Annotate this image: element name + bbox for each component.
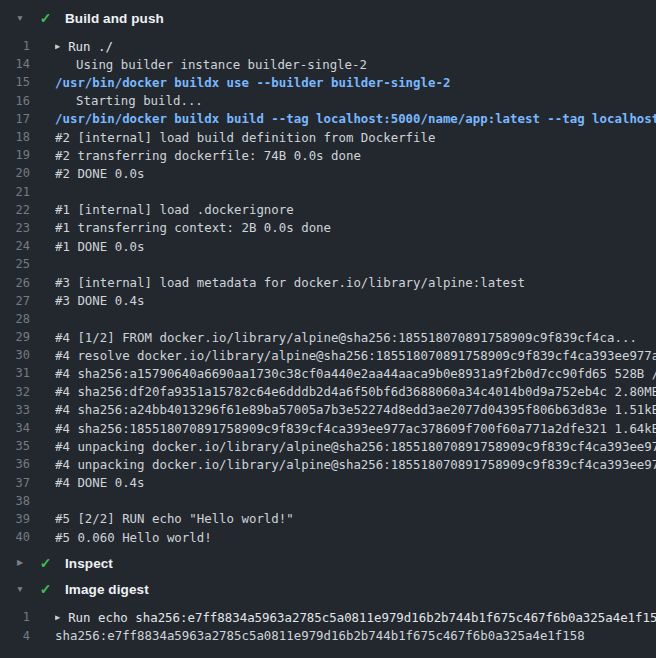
line-number[interactable]: 36 bbox=[0, 457, 30, 471]
section-header-image-digest[interactable]: ▼✓Image digest bbox=[0, 576, 656, 602]
log-line: 30#4 resolve docker.io/library/alpine@sh… bbox=[0, 346, 656, 364]
log-line: 23#1 transferring context: 2B 0.0s done bbox=[0, 219, 656, 237]
log-line-content: #4 sha256:a15790640a6690aa1730c38cf0a440… bbox=[55, 366, 656, 381]
log-line-content: #5 0.060 Hello world! bbox=[55, 530, 656, 545]
line-number[interactable]: 32 bbox=[0, 385, 30, 399]
line-number[interactable]: 16 bbox=[0, 94, 30, 108]
log-line: 24#1 DONE 0.0s bbox=[0, 237, 656, 255]
log-text: #1 [internal] load .dockerignore bbox=[55, 202, 294, 217]
log-line: 27#3 DONE 0.4s bbox=[0, 292, 656, 310]
line-number[interactable]: 4 bbox=[0, 629, 30, 643]
line-number[interactable]: 27 bbox=[0, 294, 30, 308]
log-line-content: #4 DONE 0.4s bbox=[55, 475, 656, 490]
log-text: #4 DONE 0.4s bbox=[55, 475, 145, 490]
line-number[interactable]: 40 bbox=[0, 530, 30, 544]
log-text: #4 sha256:df20fa9351a15782c64e6dddb2d4a6… bbox=[55, 384, 656, 399]
log-section-inspect: ▶✓Inspect bbox=[0, 550, 656, 576]
log-line-content: #1 [internal] load .dockerignore bbox=[55, 202, 656, 217]
log-line-content: #2 DONE 0.0s bbox=[55, 166, 656, 181]
log-line-content: #2 [internal] load build definition from… bbox=[55, 130, 656, 145]
log-line: 36#4 unpacking docker.io/library/alpine@… bbox=[0, 455, 656, 473]
line-number[interactable]: 28 bbox=[0, 312, 30, 326]
log-line-content: #5 [2/2] RUN echo "Hello world!" bbox=[55, 511, 656, 526]
log-text: #3 [internal] load metadata for docker.i… bbox=[55, 275, 525, 290]
line-number[interactable]: 21 bbox=[0, 185, 30, 199]
section-title: Inspect bbox=[65, 556, 113, 571]
success-check-icon: ✓ bbox=[38, 582, 53, 596]
line-number[interactable]: 29 bbox=[0, 330, 30, 344]
line-number[interactable]: 18 bbox=[0, 130, 30, 144]
line-number[interactable]: 24 bbox=[0, 239, 30, 253]
log-section-image-digest: ▼✓Image digest1▶Run echo sha256:e7ff8834… bbox=[0, 576, 656, 648]
log-section-build-and-push: ▼✓Build and push1▶Run ./14 Using builder… bbox=[0, 5, 656, 550]
line-number[interactable]: 30 bbox=[0, 348, 30, 362]
success-check-icon: ✓ bbox=[38, 556, 53, 570]
line-number[interactable]: 33 bbox=[0, 403, 30, 417]
log-line: 40#5 0.060 Hello world! bbox=[0, 528, 656, 546]
log-line-content: #3 DONE 0.4s bbox=[55, 293, 656, 308]
line-number[interactable]: 31 bbox=[0, 366, 30, 380]
log-text: Run ./ bbox=[68, 39, 113, 54]
log-line: 37#4 DONE 0.4s bbox=[0, 474, 656, 492]
log-text: #3 DONE 0.4s bbox=[55, 293, 145, 308]
section-body-build-and-push: 1▶Run ./14 Using builder instance builde… bbox=[0, 31, 656, 550]
log-text: Run echo sha256:e7ff8834a5963a2785c5a081… bbox=[68, 610, 656, 625]
line-number[interactable]: 35 bbox=[0, 439, 30, 453]
workflow-log-viewer: ▼✓Build and push1▶Run ./14 Using builder… bbox=[0, 0, 656, 649]
line-number[interactable]: 25 bbox=[0, 257, 30, 271]
log-text: #4 unpacking docker.io/library/alpine@sh… bbox=[55, 439, 656, 454]
section-header-build-and-push[interactable]: ▼✓Build and push bbox=[0, 5, 656, 31]
log-text: #2 [internal] load build definition from… bbox=[55, 130, 435, 145]
line-number[interactable]: 17 bbox=[0, 112, 30, 126]
line-number[interactable]: 38 bbox=[0, 494, 30, 508]
line-number[interactable]: 26 bbox=[0, 276, 30, 290]
log-text: Starting build... bbox=[76, 93, 203, 108]
log-line: 38 bbox=[0, 492, 656, 510]
line-number[interactable]: 1 bbox=[0, 610, 30, 624]
chevron-down-icon[interactable]: ▼ bbox=[15, 14, 25, 23]
runner-icon bbox=[55, 94, 69, 108]
log-line-content: #4 sha256:a24bb4013296f61e89ba57005a7b3e… bbox=[55, 402, 656, 417]
log-line: 39#5 [2/2] RUN echo "Hello world!" bbox=[0, 510, 656, 528]
log-line: 4sha256:e7ff8834a5963a2785c5a0811e979d16… bbox=[0, 626, 656, 644]
line-number[interactable]: 1 bbox=[0, 39, 30, 53]
line-number[interactable]: 15 bbox=[0, 75, 30, 89]
line-number[interactable]: 22 bbox=[0, 203, 30, 217]
log-line-content: #1 transferring context: 2B 0.0s done bbox=[55, 220, 656, 235]
line-number[interactable]: 23 bbox=[0, 221, 30, 235]
log-line-content: #4 unpacking docker.io/library/alpine@sh… bbox=[55, 439, 656, 454]
log-line: 28 bbox=[0, 310, 656, 328]
line-number[interactable]: 20 bbox=[0, 166, 30, 180]
log-line-content: #4 resolve docker.io/library/alpine@sha2… bbox=[55, 348, 656, 363]
log-line-content: #4 sha256:185518070891758909c9f839cf4ca3… bbox=[55, 421, 656, 436]
log-line: 16 Starting build... bbox=[0, 92, 656, 110]
log-line-content: #2 transferring dockerfile: 74B 0.0s don… bbox=[55, 148, 656, 163]
log-text: #5 0.060 Hello world! bbox=[55, 530, 212, 545]
log-text: /usr/bin/docker buildx use --builder bui… bbox=[55, 75, 450, 90]
expand-log-group-icon[interactable]: ▶ bbox=[55, 613, 60, 622]
log-text: #4 [1/2] FROM docker.io/library/alpine@s… bbox=[55, 330, 637, 345]
log-line: 17/usr/bin/docker buildx build --tag loc… bbox=[0, 110, 656, 128]
log-line: 1▶Run echo sha256:e7ff8834a5963a2785c5a0… bbox=[0, 608, 656, 626]
chevron-down-icon[interactable]: ▼ bbox=[15, 585, 25, 594]
line-number[interactable]: 34 bbox=[0, 421, 30, 435]
log-line: 32#4 sha256:df20fa9351a15782c64e6dddb2d4… bbox=[0, 383, 656, 401]
log-line: 29#4 [1/2] FROM docker.io/library/alpine… bbox=[0, 328, 656, 346]
chevron-right-icon[interactable]: ▶ bbox=[15, 559, 25, 567]
log-line: 15/usr/bin/docker buildx use --builder b… bbox=[0, 73, 656, 91]
log-line: 25 bbox=[0, 255, 656, 273]
section-header-inspect[interactable]: ▶✓Inspect bbox=[0, 550, 656, 576]
line-number[interactable]: 37 bbox=[0, 476, 30, 490]
line-number[interactable]: 14 bbox=[0, 57, 30, 71]
line-number[interactable]: 19 bbox=[0, 148, 30, 162]
log-line-content: ▶Run echo sha256:e7ff8834a5963a2785c5a08… bbox=[55, 610, 656, 625]
section-title: Build and push bbox=[65, 11, 164, 26]
log-text: /usr/bin/docker buildx build --tag local… bbox=[55, 111, 656, 126]
log-line-content: Starting build... bbox=[55, 93, 656, 108]
log-line: 26#3 [internal] load metadata for docker… bbox=[0, 273, 656, 291]
expand-log-group-icon[interactable]: ▶ bbox=[55, 42, 60, 51]
log-line-content: ▶Run ./ bbox=[55, 39, 656, 54]
line-number[interactable]: 39 bbox=[0, 512, 30, 526]
log-text: #4 sha256:185518070891758909c9f839cf4ca3… bbox=[55, 421, 656, 436]
log-text: #4 unpacking docker.io/library/alpine@sh… bbox=[55, 457, 656, 472]
